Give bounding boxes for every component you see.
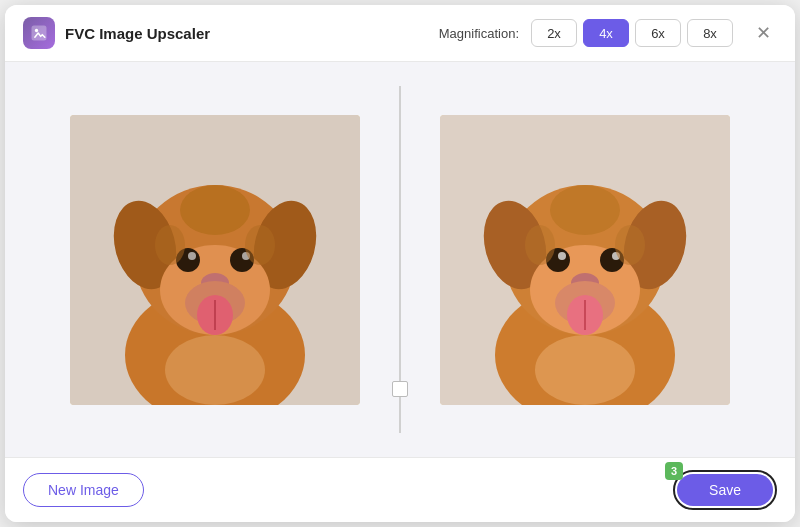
svg-point-28	[558, 252, 566, 260]
save-badge: 3	[665, 462, 683, 480]
original-image	[70, 115, 360, 405]
titlebar: FVC Image Upscaler Magnification: 2x 4x …	[5, 5, 795, 62]
svg-point-17	[245, 225, 275, 265]
enhanced-image	[440, 115, 730, 405]
content-area	[5, 62, 795, 457]
mag-btn-2x[interactable]: 2x	[531, 19, 577, 47]
svg-point-36	[550, 185, 620, 235]
footer: New Image 3 Save	[5, 457, 795, 522]
app-title: FVC Image Upscaler	[65, 25, 210, 42]
mag-btn-4x[interactable]: 4x	[583, 19, 629, 47]
save-button[interactable]: Save	[677, 474, 773, 506]
svg-point-1	[35, 29, 38, 32]
divider-handle[interactable]	[392, 381, 408, 397]
mag-btn-8x[interactable]: 8x	[687, 19, 733, 47]
magnification-buttons: 2x 4x 6x 8x	[531, 19, 733, 47]
svg-point-37	[535, 335, 635, 405]
svg-point-10	[188, 252, 196, 260]
save-wrapper: 3 Save	[673, 470, 777, 510]
mag-btn-6x[interactable]: 6x	[635, 19, 681, 47]
svg-point-18	[180, 185, 250, 235]
main-window: FVC Image Upscaler Magnification: 2x 4x …	[5, 5, 795, 522]
close-button[interactable]: ✕	[749, 19, 777, 47]
new-image-button[interactable]: New Image	[23, 473, 144, 507]
svg-point-34	[525, 225, 555, 265]
magnification-label: Magnification:	[439, 26, 519, 41]
original-image-panel	[50, 115, 380, 405]
svg-point-19	[165, 335, 265, 405]
svg-point-16	[155, 225, 185, 265]
app-icon	[23, 17, 55, 49]
save-btn-border: Save	[673, 470, 777, 510]
enhanced-image-panel	[420, 115, 750, 405]
svg-point-35	[615, 225, 645, 265]
